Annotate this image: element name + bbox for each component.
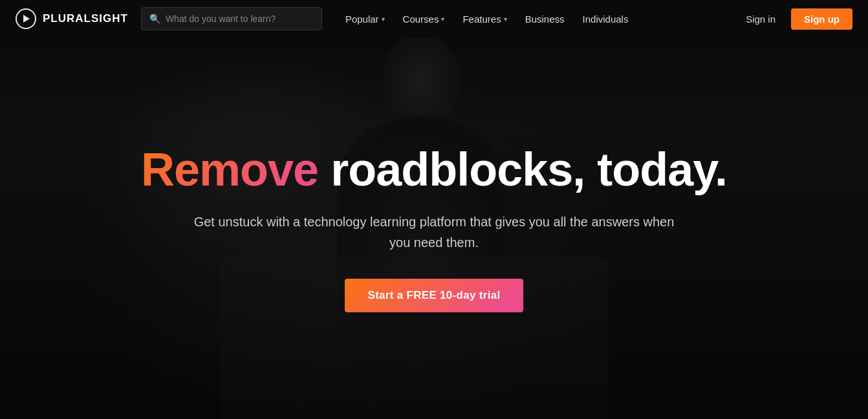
sign-up-button[interactable]: Sign up	[791, 8, 852, 30]
chevron-down-icon: ▾	[382, 16, 385, 23]
chevron-down-icon: ▾	[504, 16, 507, 23]
cta-button[interactable]: Start a FREE 10-day trial	[345, 279, 524, 312]
logo-icon	[16, 8, 36, 29]
nav-popular[interactable]: Popular ▾	[338, 10, 393, 28]
hero-subtitle: Get unstuck with a technology learning p…	[182, 211, 686, 253]
hero-title: Remove roadblocks, today.	[141, 144, 727, 195]
hero-title-rest: roadblocks, today.	[318, 144, 727, 195]
brand-name: PLURALSIGHT	[43, 12, 128, 25]
search-input[interactable]	[166, 14, 314, 24]
hero-title-highlight: Remove	[141, 144, 318, 195]
nav-courses[interactable]: Courses ▾	[395, 10, 453, 28]
chevron-down-icon: ▾	[441, 16, 444, 23]
nav-features[interactable]: Features ▾	[455, 10, 514, 28]
search-bar[interactable]: 🔍	[141, 7, 322, 30]
nav-business[interactable]: Business	[517, 10, 572, 28]
nav-links: Popular ▾ Courses ▾ Features ▾ Business …	[338, 10, 735, 28]
navbar: PLURALSIGHT 🔍 Popular ▾ Courses ▾ Featur…	[0, 0, 868, 38]
nav-individuals[interactable]: Individuals	[575, 10, 636, 28]
nav-actions: Sign in Sign up	[735, 8, 852, 30]
logo[interactable]: PLURALSIGHT	[16, 8, 128, 29]
search-icon: 🔍	[149, 14, 160, 24]
hero-content: Remove roadblocks, today. Get unstuck wi…	[0, 38, 868, 419]
sign-in-button[interactable]: Sign in	[735, 10, 786, 28]
